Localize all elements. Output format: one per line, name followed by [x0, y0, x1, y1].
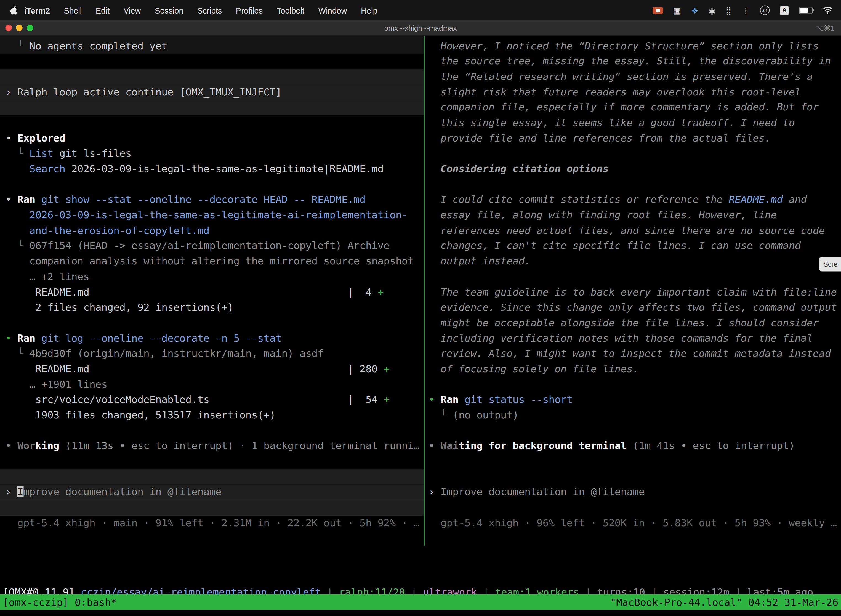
window-shortcut-badge: ⌥⌘1: [816, 24, 834, 32]
terminal-line: [0, 115, 424, 131]
terminal-line: › Ralph loop active continue [OMX_TMUX_I…: [0, 84, 424, 100]
menu-item-window[interactable]: Window: [311, 6, 354, 15]
minimize-button[interactable]: [16, 25, 22, 31]
dots-grid-icon[interactable]: ⣿: [726, 6, 731, 14]
window-title: omx --xhigh --madmax: [0, 24, 841, 32]
menu-item-iterm2[interactable]: iTerm2: [17, 6, 57, 15]
terminal-line: └ No agents completed yet: [0, 36, 424, 54]
terminal-line: [0, 423, 424, 439]
terminal-line: gpt-5.4 xhigh · 96% left · 520K in · 5.8…: [425, 516, 841, 531]
traffic-lights: [5, 25, 33, 31]
terminal-line: src/voice/voiceModeEnabled.ts | 54 +: [0, 392, 424, 408]
terminal-line: might be acceptable alongside the file l…: [425, 315, 841, 331]
tmux-session-label: [omx-cczip] 0:bash*: [3, 594, 117, 610]
terminal-line: slight risk that future readers may over…: [425, 84, 841, 100]
right-pane-rows: However, I noticed the “Directory Struct…: [425, 36, 841, 531]
terminal-line: • Explored: [0, 131, 424, 146]
window-title-bar[interactable]: omx --xhigh --madmax ⌥⌘1: [0, 21, 841, 36]
terminal-line: including verification notes with those …: [425, 331, 841, 346]
menu-item-edit[interactable]: Edit: [89, 6, 117, 15]
gauge-icon[interactable]: .61: [760, 5, 770, 15]
terminal-line: [425, 469, 841, 485]
terminal-line: • Ran git status --short: [425, 392, 841, 408]
tmux-host-clock: "MacBook-Pro-44.local" 04:52 31-Mar-26: [610, 594, 838, 610]
input-source-icon[interactable]: A: [780, 6, 789, 15]
macos-menu-bar: iTerm2ShellEditViewSessionScriptsProfile…: [0, 0, 841, 21]
terminal-line: [0, 315, 424, 331]
window-grid-icon[interactable]: ▦: [673, 6, 681, 14]
terminal-line: [0, 54, 424, 69]
prompt-input[interactable]: › Improve documentation in @filename: [425, 485, 841, 500]
terminal-line: [425, 177, 841, 192]
right-terminal-pane[interactable]: However, I noticed the “Directory Struct…: [425, 36, 841, 594]
blue-app-icon[interactable]: ❖: [691, 6, 698, 14]
terminal-line: [0, 469, 424, 485]
terminal-window: └ No agents completed yet› Ralph loop ac…: [0, 36, 841, 594]
terminal-line: [425, 269, 841, 285]
tmux-status-bar: [omx-cczip] 0:bash* "MacBook-Pro-44.loca…: [0, 594, 841, 610]
round-app-icon[interactable]: ◉: [709, 6, 715, 14]
screen: iTerm2ShellEditViewSessionScriptsProfile…: [0, 0, 841, 616]
menu-item-session[interactable]: Session: [148, 6, 190, 15]
screen-overlay-tab[interactable]: Scre: [819, 257, 841, 271]
terminal-line: I could cite commit statistics or refere…: [425, 192, 841, 208]
terminal-line: companion file, especially if more comme…: [425, 100, 841, 115]
terminal-line: However, I noticed the “Directory Struct…: [425, 36, 841, 54]
terminal-line: [425, 146, 841, 161]
terminal-line: • Working (11m 13s • esc to interrupt) ·…: [0, 439, 424, 454]
terminal-line: └ (no output): [425, 408, 841, 423]
terminal-line: [425, 377, 841, 392]
menu-item-help[interactable]: Help: [354, 6, 385, 15]
terminal-line: review. Also, I might want to inspect th…: [425, 346, 841, 362]
left-pane-rows: └ No agents completed yet› Ralph loop ac…: [0, 36, 424, 531]
terminal-line: essay file, along with finding root file…: [425, 208, 841, 223]
terminal-line: references need actual files, and since …: [425, 223, 841, 238]
terminal-line: companion analysis without altering the …: [0, 254, 424, 269]
terminal-line: gpt-5.4 xhigh · main · 91% left · 2.31M …: [0, 516, 424, 531]
terminal-line: of focusing solely on file lines.: [425, 362, 841, 377]
terminal-line: The team guideline is to back every impo…: [425, 285, 841, 300]
menu-item-profiles[interactable]: Profiles: [229, 6, 270, 15]
terminal-line: 2026-03-09-is-legal-the-same-as-legitima…: [0, 208, 424, 223]
apple-menu-icon[interactable]: [10, 6, 17, 15]
terminal-line: Considering citation options: [425, 161, 841, 177]
terminal-line: evidence. Since this change only affects…: [425, 300, 841, 315]
wifi-icon[interactable]: [823, 6, 832, 14]
terminal-line: [425, 500, 841, 516]
terminal-line: 1903 files changed, 513517 insertions(+): [0, 408, 424, 423]
close-button[interactable]: [5, 25, 12, 31]
terminal-line: [425, 423, 841, 439]
terminal-line: changes, I can't cite specific file line…: [425, 238, 841, 254]
terminal-line: output instead.: [425, 254, 841, 269]
menu-items: iTerm2ShellEditViewSessionScriptsProfile…: [17, 6, 384, 15]
terminal-line: • Ran git log --oneline --decorate -n 5 …: [0, 331, 424, 346]
status-icons: ▦❖◉⣿⋮.61A: [653, 5, 832, 15]
terminal-line: provide file and line references from th…: [425, 131, 841, 146]
terminal-line: and-the-erosion-of-copyleft.md: [0, 223, 424, 238]
terminal-line: … +1901 lines: [0, 377, 424, 392]
menu-item-scripts[interactable]: Scripts: [190, 6, 229, 15]
menu-item-view[interactable]: View: [116, 6, 148, 15]
terminal-line: [0, 500, 424, 516]
terminal-line: └ List git ls-files: [0, 146, 424, 161]
menu-item-toolbelt[interactable]: Toolbelt: [270, 6, 311, 15]
terminal-line: └ 4b9d30f (origin/main, instructkr/main,…: [0, 346, 424, 362]
terminal-line: Search 2026-03-09-is-legal-the-same-as-l…: [0, 161, 424, 177]
prompt-input[interactable]: › Improve documentation in @filename: [0, 485, 424, 500]
terminal-line: 2 files changed, 92 insertions(+): [0, 300, 424, 315]
terminal-line: README.md | 4 +: [0, 285, 424, 300]
terminal-line: [0, 454, 424, 469]
terminal-line: the source tree, missing the essay. Stil…: [425, 54, 841, 69]
terminal-line: README.md | 280 +: [0, 362, 424, 377]
menu-item-shell[interactable]: Shell: [57, 6, 89, 15]
terminal-line: [425, 454, 841, 469]
screen-recording-indicator[interactable]: [653, 7, 663, 13]
terminal-line: [0, 177, 424, 192]
battery-icon[interactable]: [799, 7, 813, 13]
zoom-button[interactable]: [27, 25, 33, 31]
slim-app-icon[interactable]: ⋮: [742, 6, 750, 14]
screen-overlay-label: Scre: [823, 260, 838, 268]
terminal-line: [0, 100, 424, 115]
left-terminal-pane[interactable]: └ No agents completed yet› Ralph loop ac…: [0, 36, 424, 594]
terminal-line: [0, 69, 424, 85]
